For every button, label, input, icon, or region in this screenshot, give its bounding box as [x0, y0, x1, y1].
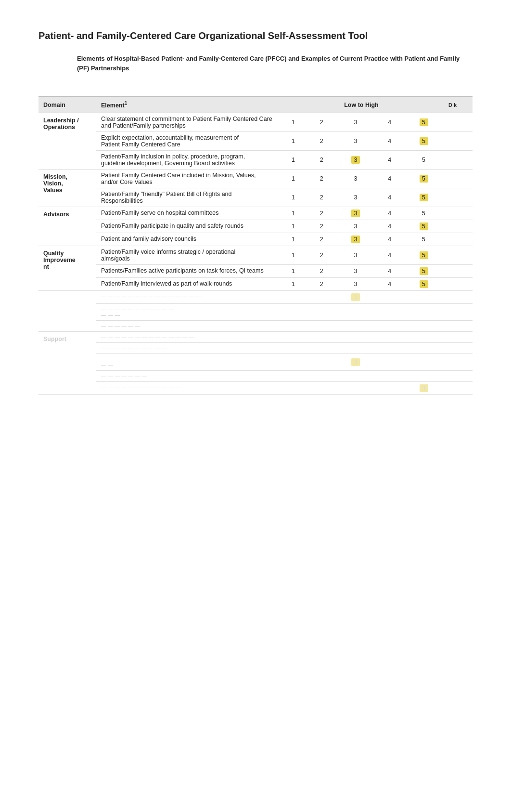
- domain-mission-vision-values: Mission,Vision,Values: [38, 170, 96, 207]
- d-cell: [444, 207, 473, 220]
- score-2: 2: [307, 246, 336, 265]
- score-2: 2: [307, 220, 336, 233]
- score-4: 4: [375, 113, 404, 132]
- score-blurred: [279, 332, 307, 343]
- table-row: Explicit expectation, accountability, me…: [38, 132, 473, 151]
- score-5: 5: [404, 132, 444, 151]
- score-4: 4: [375, 233, 404, 246]
- table-row-blurred: — — — — — —: [38, 321, 473, 332]
- assessment-table: Domain Element1 Low to High D k Leadersh…: [38, 96, 473, 395]
- score-2: 2: [307, 151, 336, 170]
- score-4: 4: [375, 278, 404, 291]
- element-text: Patient/Family serve on hospital committ…: [96, 207, 279, 220]
- score-blurred: [375, 354, 404, 371]
- table-row: Patient/Family participate in quality an…: [38, 220, 473, 233]
- score-blurred: [375, 304, 404, 321]
- element-text: Patient/Family voice informs strategic /…: [96, 246, 279, 265]
- score-1: 1: [279, 113, 307, 132]
- score-blurred: 3: [404, 382, 444, 395]
- score-blurred: [279, 371, 307, 382]
- element-text-blurred: — — — — — — —: [96, 371, 279, 382]
- score-blurred: [279, 354, 307, 371]
- page-title: Patient- and Family-Centered Care Organi…: [38, 29, 473, 42]
- score-2: 2: [307, 113, 336, 132]
- table-row: Mission,Vision,Values Patient Family Cen…: [38, 170, 473, 188]
- score-blurred: [404, 291, 444, 304]
- score-blurred: [404, 371, 444, 382]
- score-4: 4: [375, 151, 404, 170]
- domain-quality-improvement: QualityImprovement: [38, 246, 96, 291]
- score-1: 1: [279, 233, 307, 246]
- score-blurred: [279, 291, 307, 304]
- score-2: 2: [307, 233, 336, 246]
- score-4: 4: [375, 207, 404, 220]
- score-1: 1: [279, 246, 307, 265]
- score-blurred: [404, 321, 444, 332]
- score-2: 2: [307, 170, 336, 188]
- score-blurred: [375, 343, 404, 354]
- d-cell: [444, 246, 473, 265]
- domain-support-blurred: Support: [38, 332, 96, 395]
- score-2: 2: [307, 265, 336, 278]
- d-cell-blurred: [444, 382, 473, 395]
- score-blurred: [336, 382, 376, 395]
- score-5: 5: [404, 207, 444, 220]
- element-text-blurred: — — — — — — — — — — — —: [96, 382, 279, 395]
- header-low-to-high: Low to High: [279, 97, 444, 113]
- element-text: Patient Family Centered Care included in…: [96, 170, 279, 188]
- score-blurred: [279, 343, 307, 354]
- d-cell: [444, 188, 473, 207]
- page-container: Patient- and Family-Centered Care Organi…: [0, 0, 511, 812]
- element-text-blurred: — — — — — — — — — — —— — —: [96, 304, 279, 321]
- score-4: 4: [375, 265, 404, 278]
- score-blurred: [375, 382, 404, 395]
- d-cell-blurred: [444, 343, 473, 354]
- score-blurred: [279, 321, 307, 332]
- element-text-blurred: — — — — — — — — — — — — — —: [96, 332, 279, 343]
- score-blurred: 3: [336, 291, 376, 304]
- element-text: Clear statement of commitment to Patient…: [96, 113, 279, 132]
- subtitle-box: Elements of Hospital-Based Patient- and …: [77, 54, 473, 73]
- table-row: QualityImprovement Patient/Family voice …: [38, 246, 473, 265]
- score-1: 1: [279, 265, 307, 278]
- element-text: Patient/Family participate in quality an…: [96, 220, 279, 233]
- table-row-blurred: — — — — — — —: [38, 371, 473, 382]
- score-4: 4: [375, 246, 404, 265]
- table-row-blurred: — — — — — — — — — — — — —— — 3: [38, 354, 473, 371]
- element-text-blurred: — — — — — — — — — — — — — — —: [96, 291, 279, 304]
- score-blurred: [336, 343, 376, 354]
- element-text: Patient/Family interviewed as part of wa…: [96, 278, 279, 291]
- element-text: Patient and family advisory councils: [96, 233, 279, 246]
- score-3: 3: [336, 170, 376, 188]
- score-blurred: [375, 371, 404, 382]
- element-text-blurred: — — — — — —: [96, 321, 279, 332]
- d-cell: [444, 278, 473, 291]
- score-5: 5: [404, 220, 444, 233]
- table-row: Advisors Patient/Family serve on hospita…: [38, 207, 473, 220]
- score-blurred: [404, 354, 444, 371]
- d-cell: [444, 265, 473, 278]
- table-row: Leadership /Operations Clear statement o…: [38, 113, 473, 132]
- score-1: 1: [279, 132, 307, 151]
- score-3: 3: [336, 151, 376, 170]
- d-cell: [444, 220, 473, 233]
- score-4: 4: [375, 220, 404, 233]
- header-domain: Domain: [38, 97, 96, 113]
- d-cell-blurred: [444, 304, 473, 321]
- score-blurred: [307, 321, 336, 332]
- table-row: Patients/Families active participants on…: [38, 265, 473, 278]
- d-cell: [444, 170, 473, 188]
- score-5: 5: [404, 265, 444, 278]
- score-3: 3: [336, 188, 376, 207]
- element-text-blurred: — — — — — — — — — —: [96, 343, 279, 354]
- score-2: 2: [307, 188, 336, 207]
- domain-leadership-operations: Leadership /Operations: [38, 113, 96, 170]
- score-blurred: [307, 371, 336, 382]
- score-blurred: [307, 304, 336, 321]
- score-blurred: [336, 304, 376, 321]
- domain-blurred: [38, 291, 96, 332]
- score-blurred: [307, 382, 336, 395]
- element-text-blurred: — — — — — — — — — — — — —— —: [96, 354, 279, 371]
- score-blurred: [279, 304, 307, 321]
- score-5: 5: [404, 188, 444, 207]
